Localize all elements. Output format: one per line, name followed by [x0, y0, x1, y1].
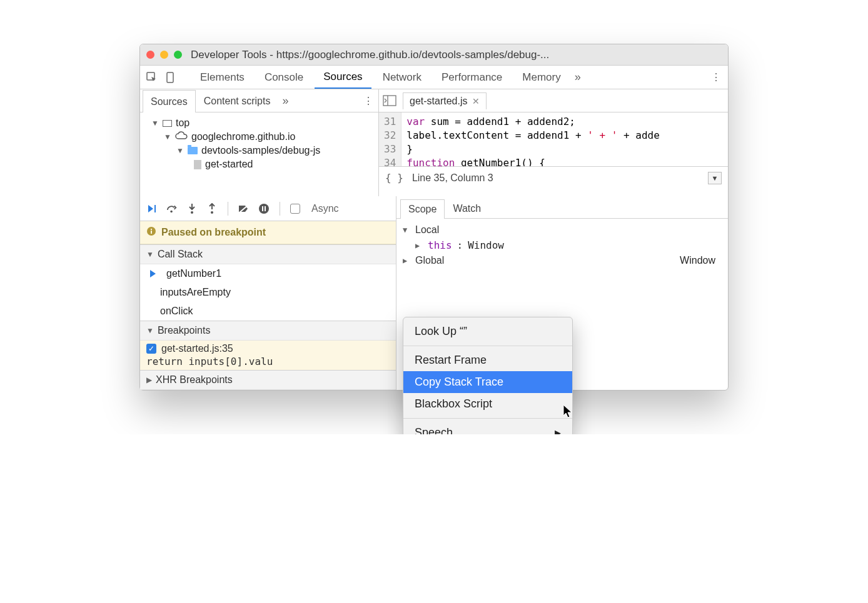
- tree-top[interactable]: ▼top: [145, 116, 378, 130]
- cursor-position: Line 35, Column 3: [412, 172, 493, 184]
- tree-file[interactable]: get-started: [145, 157, 378, 171]
- editor-tab-label: get-started.js: [410, 96, 467, 107]
- step-into-icon[interactable]: [186, 203, 198, 214]
- close-tab-icon[interactable]: ✕: [472, 96, 480, 106]
- navigator-overflow-icon[interactable]: »: [278, 94, 292, 107]
- context-menu: Look Up “” Restart Frame Copy Stack Trac…: [403, 317, 573, 434]
- file-icon: [194, 160, 201, 169]
- device-icon[interactable]: [163, 69, 179, 86]
- toggle-navigator-icon[interactable]: [383, 95, 396, 106]
- deactivate-breakpoints-icon[interactable]: [238, 203, 250, 214]
- tab-console[interactable]: Console: [256, 66, 312, 89]
- tab-network[interactable]: Network: [374, 66, 430, 89]
- ctx-speech[interactable]: Speech▶: [403, 422, 572, 434]
- minimize-icon[interactable]: [160, 51, 168, 59]
- scope-this[interactable]: ▶this: Window: [403, 237, 722, 253]
- section-breakpoints[interactable]: ▼Breakpoints: [140, 321, 396, 341]
- tab-performance[interactable]: Performance: [433, 66, 511, 89]
- svg-rect-4: [154, 205, 156, 212]
- navigator-tab-content-scripts[interactable]: Content scripts: [196, 89, 279, 112]
- tree-folder[interactable]: ▼devtools-samples/debug-js: [145, 144, 378, 157]
- stack-frame[interactable]: inputsAreEmpty: [140, 283, 396, 302]
- svg-point-5: [170, 210, 173, 212]
- pause-banner: Paused on breakpoint: [140, 221, 396, 244]
- tab-memory[interactable]: Memory: [513, 66, 569, 89]
- tree-host[interactable]: ▼googlechrome.github.io: [145, 130, 378, 144]
- kebab-icon[interactable]: ⋮: [708, 69, 724, 86]
- cursor-icon: [563, 404, 574, 419]
- window-controls: [146, 51, 182, 59]
- breakpoint-checkbox[interactable]: ✓: [146, 344, 156, 354]
- stack-frame[interactable]: onClick: [140, 302, 396, 321]
- svg-rect-2: [383, 96, 396, 106]
- breakpoint-code: return inputs[0].valu: [146, 356, 390, 367]
- editor-tab[interactable]: get-started.js ✕: [403, 92, 487, 109]
- folder-icon: [188, 147, 198, 154]
- ctx-separator: [403, 418, 572, 419]
- window-title: Developer Tools - https://googlechrome.g…: [191, 49, 549, 61]
- ctx-blackbox-script[interactable]: Blackbox Script: [403, 393, 572, 415]
- status-dropdown-icon[interactable]: ▼: [708, 172, 722, 184]
- frame-icon: [163, 120, 172, 127]
- editor-tabs: get-started.js ✕: [379, 89, 728, 112]
- svg-point-6: [191, 211, 193, 214]
- debugger-toolbar: Async: [140, 196, 396, 221]
- gutter: 31 32 33 34: [379, 112, 401, 166]
- cloud-icon: [175, 131, 188, 142]
- svg-rect-14: [151, 229, 152, 230]
- section-call-stack[interactable]: ▼Call Stack: [140, 244, 396, 264]
- file-tree: ▼top ▼googlechrome.github.io ▼devtools-s…: [140, 112, 378, 196]
- scope-local[interactable]: ▼Local: [403, 222, 722, 237]
- svg-rect-10: [262, 206, 263, 211]
- ctx-look-up[interactable]: Look Up “”: [403, 321, 572, 342]
- async-checkbox[interactable]: [290, 204, 300, 214]
- ctx-restart-frame[interactable]: Restart Frame: [403, 349, 572, 371]
- breakpoint-label: get-started.js:35: [161, 343, 233, 354]
- ctx-separator: [403, 346, 572, 346]
- sources-body: ▼top ▼googlechrome.github.io ▼devtools-s…: [140, 112, 728, 196]
- navigator-tab-sources[interactable]: Sources: [143, 90, 196, 112]
- code-editor[interactable]: 31 32 33 34 var sum = addend1 + addend2;…: [379, 112, 728, 166]
- tab-scope[interactable]: Scope: [400, 199, 445, 219]
- sources-header-row: Sources Content scripts » ⋮ get-started.…: [140, 89, 728, 112]
- step-out-icon[interactable]: [206, 203, 218, 214]
- inspect-icon[interactable]: [144, 69, 160, 86]
- main-tabs: Elements Console Sources Network Perform…: [140, 66, 728, 89]
- async-label: Async: [311, 203, 339, 214]
- svg-rect-13: [151, 231, 152, 234]
- code-content: var sum = addend1 + addend2; label.textC…: [401, 112, 665, 166]
- titlebar: Developer Tools - https://googlechrome.g…: [140, 44, 728, 66]
- devtools-window: Developer Tools - https://googlechrome.g…: [139, 44, 729, 391]
- close-icon[interactable]: [146, 51, 154, 59]
- section-xhr-breakpoints[interactable]: ▶XHR Breakpoints: [140, 370, 396, 390]
- submenu-arrow-icon: ▶: [555, 428, 561, 434]
- scope-panel: ▼Local ▶this: Window ▶Global Window: [396, 219, 728, 272]
- scope-watch-tabs: Scope Watch: [396, 196, 728, 219]
- scope-global[interactable]: ▶Global Window: [403, 253, 722, 268]
- navigator-kebab-icon[interactable]: ⋮: [363, 95, 373, 107]
- info-icon: [146, 226, 156, 239]
- svg-point-9: [259, 204, 269, 214]
- tabs-overflow-icon[interactable]: »: [575, 71, 581, 84]
- editor-status-bar: { } Line 35, Column 3 ▼: [379, 166, 728, 189]
- ctx-copy-stack-trace[interactable]: Copy Stack Trace: [403, 371, 572, 393]
- pause-exceptions-icon[interactable]: [258, 203, 270, 214]
- resume-icon[interactable]: [146, 203, 158, 214]
- maximize-icon[interactable]: [174, 51, 182, 59]
- breakpoint-item[interactable]: ✓get-started.js:35 return inputs[0].valu: [140, 341, 396, 370]
- navigator-tabs: Sources Content scripts » ⋮: [140, 89, 378, 112]
- svg-point-7: [211, 211, 213, 214]
- svg-rect-1: [167, 72, 173, 82]
- pretty-print-icon[interactable]: { }: [385, 172, 403, 184]
- tab-elements[interactable]: Elements: [191, 66, 253, 89]
- pause-message: Paused on breakpoint: [161, 227, 266, 238]
- svg-rect-11: [265, 206, 266, 211]
- step-over-icon[interactable]: [166, 203, 178, 214]
- stack-frame[interactable]: getNumber1: [140, 264, 396, 283]
- tab-watch[interactable]: Watch: [445, 199, 489, 218]
- tab-sources[interactable]: Sources: [315, 66, 371, 89]
